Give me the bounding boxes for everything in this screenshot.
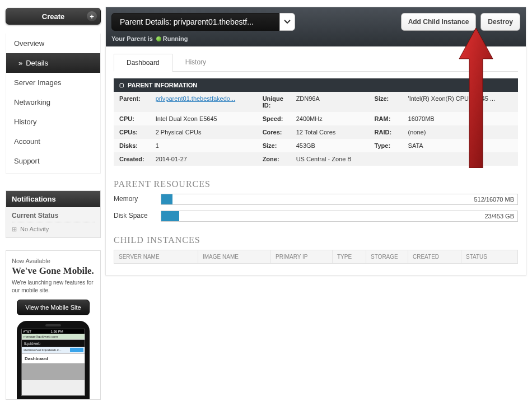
info-cell: Parent:: [114, 92, 150, 112]
destroy-button[interactable]: Destroy: [480, 13, 520, 31]
tabs: DashboardHistory: [114, 53, 518, 72]
view-mobile-site-button[interactable]: View the Mobile Site: [17, 300, 90, 315]
phone-illustration: AT&T1:56 PM manage.liquidweb.com liquidw…: [17, 321, 90, 399]
resource-value: 23/453 GB: [484, 211, 514, 221]
notifications-status-label: Current Status: [12, 212, 95, 222]
info-cell: [369, 152, 403, 166]
info-cell: Speed:: [257, 112, 291, 125]
info-cell: (none): [403, 125, 518, 139]
info-cell: RAM:: [369, 112, 403, 125]
chevron-down-icon: [284, 20, 291, 24]
nav-overview[interactable]: Overview: [6, 34, 100, 53]
info-cell: ZDN96A: [291, 92, 369, 112]
status-running-icon: [156, 36, 161, 41]
child-col-header: STORAGE: [366, 250, 408, 263]
sidebar-nav: OverviewDetailsServer ImagesNetworkingHi…: [6, 34, 101, 174]
parent-resources-heading: PARENT RESOURCES: [114, 179, 518, 189]
child-col-header: CREATED: [408, 250, 461, 263]
info-cell: US Central - Zone B: [291, 152, 369, 166]
child-col-header: TYPE: [333, 250, 366, 263]
info-cell: CPUs:: [114, 125, 150, 139]
nav-history[interactable]: History: [6, 112, 100, 132]
parent-information-heading: PARENT INFORMATION: [114, 78, 518, 92]
info-cell: Type:: [369, 139, 403, 152]
child-col-header: PRIMARY IP: [271, 250, 333, 263]
child-col-header: SERVER NAME: [114, 250, 198, 263]
parent-link[interactable]: privparent01.thebestfakedo...: [156, 95, 235, 102]
info-cell: CPU:: [114, 112, 150, 125]
notifications-no-activity: No Activity: [12, 226, 95, 233]
mobile-promo: Now Available We've Gone Mobile. We're l…: [6, 250, 101, 400]
info-cell: Disks:: [114, 139, 150, 152]
info-cell: 2400MHz: [291, 112, 369, 125]
info-cell: Size:: [369, 92, 403, 112]
tab-history[interactable]: History: [172, 53, 219, 71]
parent-select-dropdown[interactable]: [279, 13, 295, 31]
mobile-headline: We've Gone Mobile.: [12, 265, 95, 277]
parent-information-table: Parent:privparent01.thebestfakedo...Uniq…: [114, 92, 518, 166]
create-button[interactable]: Create +: [6, 8, 101, 25]
info-cell: 1: [150, 139, 257, 152]
info-cell: 12 Total Cores: [291, 125, 369, 139]
mobile-now-available: Now Available: [12, 258, 95, 264]
parent-resources: Memory512/16070 MBDisk Space23/453 GB: [114, 194, 518, 222]
info-cell: SATA: [403, 139, 518, 152]
info-cell: Intel Dual Xeon E5645: [150, 112, 257, 125]
info-cell: 16070MB: [403, 112, 518, 125]
child-col-header: STATUS: [461, 250, 517, 263]
add-child-instance-button[interactable]: Add Child Instance: [401, 13, 477, 31]
info-cell: [403, 152, 518, 166]
info-cell: Unique ID:: [257, 92, 291, 112]
parent-title-box: Parent Details: privparent01.thebestf...: [111, 13, 279, 31]
child-col-header: IMAGE NAME: [198, 250, 271, 263]
nav-networking[interactable]: Networking: [6, 92, 100, 112]
info-cell: Size:: [257, 139, 291, 152]
info-cell: 2014-01-27: [150, 152, 257, 166]
parent-status: Your Parent is Running: [111, 35, 520, 42]
nav-support[interactable]: Support: [6, 151, 100, 171]
info-cell: Cores:: [257, 125, 291, 139]
info-cell: RAID:: [369, 125, 403, 139]
child-instances-heading: CHILD INSTANCES: [114, 235, 518, 245]
notifications-title: Notifications: [6, 191, 100, 207]
child-instances-table-header: SERVER NAMEIMAGE NAMEPRIMARY IPTYPESTORA…: [114, 250, 518, 264]
info-cell: Created:: [114, 152, 150, 166]
resource-label: Disk Space: [114, 212, 153, 220]
plus-icon: +: [87, 11, 97, 21]
resource-label: Memory: [114, 195, 153, 203]
header-bar: Parent Details: privparent01.thebestf...…: [106, 7, 526, 46]
resource-bar: 23/453 GB: [161, 211, 518, 222]
nav-server-images[interactable]: Server Images: [6, 73, 100, 92]
tab-dashboard[interactable]: Dashboard: [114, 54, 172, 72]
nav-details[interactable]: Details: [6, 53, 100, 73]
create-label: Create: [42, 12, 64, 21]
mobile-sub: We're launching new features for our mob…: [12, 279, 95, 294]
info-cell: Zone:: [257, 152, 291, 166]
info-cell: 453GB: [291, 139, 369, 152]
info-cell: 2 Physical CPUs: [150, 125, 257, 139]
info-cell: privparent01.thebestfakedo...: [150, 92, 257, 112]
resource-bar: 512/16070 MB: [161, 194, 518, 205]
nav-account[interactable]: Account: [6, 132, 100, 151]
notifications-panel: Notifications Current Status No Activity: [6, 190, 101, 238]
resource-value: 512/16070 MB: [474, 194, 514, 204]
info-cell: 'Intel(R) Xeon(R) CPU E5645 ...: [403, 92, 518, 112]
